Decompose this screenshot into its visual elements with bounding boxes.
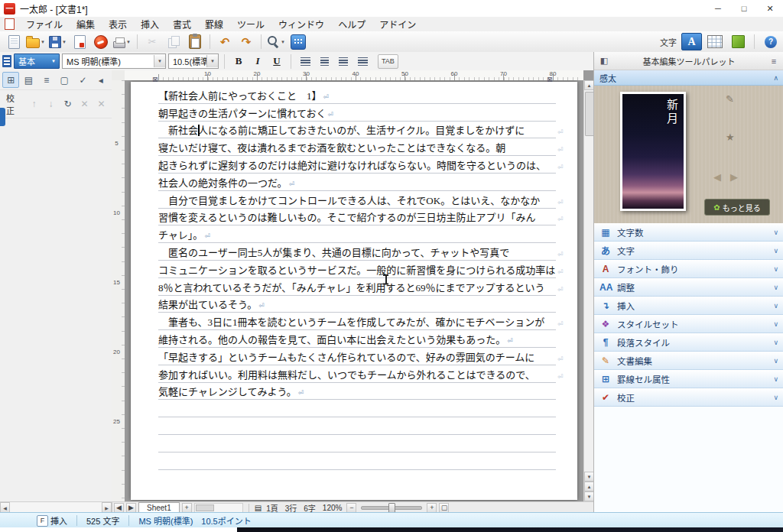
text-line[interactable]: 起きられずに遅刻するのだけは絶対に避けなければならない。時間を守るというのは、⏎ [158, 156, 556, 174]
prev-artwork-icon[interactable]: ◀ [713, 171, 721, 183]
vertical-scrollbar[interactable]: ▲ ▼ ▲ ▼ [583, 80, 594, 501]
fit-page-button[interactable]: ▢ [439, 503, 449, 513]
zoom-slider-thumb[interactable] [388, 503, 395, 513]
palette-menu-icon[interactable]: ≡ [767, 54, 781, 68]
palette-section[interactable]: AA調整∨ [594, 278, 783, 297]
text-line[interactable]: 社会人の絶対条件の一つだ。⏎ [158, 174, 556, 191]
text-mode-button[interactable]: A [681, 33, 702, 50]
zoom-value[interactable]: 120% [320, 504, 345, 512]
text-line[interactable]: 「早起きする」というチームもたくさん作られているので、好みの雰囲気のチームに⏎ [158, 348, 556, 365]
next-correction-button[interactable]: ↓ [43, 96, 59, 112]
menu-item[interactable]: アドイン [372, 17, 423, 31]
menu-item[interactable]: 罫線 [198, 17, 230, 31]
horizontal-ruler[interactable]: 1020304050607080 [125, 70, 583, 81]
italic-button[interactable]: I [249, 54, 266, 69]
vertical-ruler[interactable]: 510152025 [112, 80, 125, 501]
cut-button[interactable]: ✂ [142, 33, 162, 51]
font-size-dropdown[interactable]: 10.5(標準) ▼ [168, 54, 219, 69]
page-view-button[interactable]: ▢ [56, 72, 73, 88]
scrollbar-track[interactable] [10, 502, 102, 513]
tile-view-button[interactable]: ▤ [20, 72, 37, 88]
palette-section[interactable]: ⊞罫線セル属性∨ [594, 370, 783, 388]
text-line[interactable]: 8％と言われているそうだが、「みんチャレ」を利用すると69％にまでアップするとい… [158, 278, 556, 296]
text-line[interactable]: チャレ」。⏎ [158, 225, 556, 243]
palette-section[interactable]: ✎文書編集∨ [594, 352, 783, 370]
menu-item[interactable]: 表示 [102, 17, 134, 31]
menu-item[interactable]: ヘルプ [331, 17, 372, 31]
list-view-button[interactable]: ≡ [38, 72, 55, 88]
undo-button[interactable]: ↶ [215, 33, 235, 51]
text-line[interactable]: 維持される。他の人の報告を見て、面白い本に出会えたという効果もあった。⏎ [158, 330, 556, 348]
menu-item[interactable]: 編集 [70, 17, 102, 31]
save-as-button[interactable] [70, 33, 89, 51]
align-left-button[interactable] [297, 54, 314, 69]
print-button[interactable]: ▼ [112, 33, 132, 51]
close-button[interactable]: ✕ [757, 0, 783, 17]
refresh-button[interactable]: ↻ [60, 96, 76, 112]
hamburger-icon[interactable] [2, 55, 11, 67]
jump-palette-button[interactable] [288, 33, 308, 51]
align-right-button[interactable] [335, 54, 352, 69]
apply-button[interactable]: ✓ [74, 72, 91, 88]
scrollbar-thumb[interactable] [196, 504, 214, 511]
palette-section[interactable]: ¶段落スタイル∨ [594, 333, 783, 352]
empty-ruled-line[interactable] [158, 400, 556, 417]
clear-button[interactable]: ✕ [76, 96, 93, 112]
text-line[interactable]: 寝たいだけ寝て、夜は潰れるまでお酒を飲むといったことはできなくなる。朝⏎ [158, 138, 556, 156]
align-center-button[interactable] [316, 54, 333, 69]
document-page[interactable]: 【新社会人前にやっておくこと 1】⏎朝早起きの生活パターンに慣れておく⏎ 新社会… [131, 82, 577, 500]
text-line[interactable]: 気軽にチャレンジしてみよう。⏎ [158, 383, 556, 401]
next-sheet-button[interactable]: ▶ [126, 503, 136, 513]
text-line[interactable]: コミュニケーションを取るというサービスだ。一般的に新習慣を身につけられる成功率は… [158, 261, 556, 278]
prev-correction-button[interactable]: ↑ [26, 96, 42, 112]
empty-ruled-line[interactable] [158, 417, 556, 435]
palette-section[interactable]: ❖スタイルセット∨ [594, 315, 783, 333]
underline-button[interactable]: U [268, 54, 285, 69]
palette-section[interactable]: あ文字∨ [594, 242, 783, 260]
pencil-icon[interactable]: ✎ [726, 93, 734, 105]
horizontal-scrollbar[interactable] [194, 503, 243, 513]
text-line[interactable]: 参加すればいい。利用料は無料だし、いつでもチームから外れることはできるので、⏎ [158, 365, 556, 383]
prev-sheet-button[interactable]: ◀ [114, 503, 124, 513]
left-margin-marker[interactable]: ⊠ [152, 76, 158, 83]
palette-section[interactable]: ✔校正∨ [594, 388, 783, 407]
align-justify-button[interactable] [354, 54, 371, 69]
palette-section[interactable]: ↴挿入∨ [594, 297, 783, 315]
scroll-left-button[interactable]: ◀ [0, 502, 10, 513]
scroll-right-button[interactable]: ▶ [102, 502, 112, 513]
copy-button[interactable] [164, 33, 184, 51]
palette-section[interactable]: ▦文字数∨ [594, 223, 783, 242]
menu-item[interactable]: 挿入 [134, 17, 166, 31]
grid-view-button[interactable]: ⊞ [2, 72, 19, 88]
insert-mode-label[interactable]: 挿入 [50, 514, 67, 527]
text-line[interactable]: 結果が出ているそう。⏎ [158, 296, 556, 313]
next-artwork-icon[interactable]: ▶ [730, 171, 738, 183]
see-more-button[interactable]: ✿ もっと見る [704, 199, 770, 216]
collapse-panel-button[interactable]: ◂ [93, 72, 109, 88]
zoom-out-button[interactable]: − [346, 503, 356, 513]
star-icon[interactable]: ★ [726, 131, 735, 143]
save-button[interactable]: ▼ [48, 33, 68, 51]
paste-button[interactable] [185, 33, 205, 51]
bold-button[interactable]: B [230, 54, 247, 69]
page-layout-icon[interactable]: ▤ [255, 504, 262, 512]
search-button[interactable]: ▼ [266, 33, 287, 51]
dock-palette-icon[interactable]: ◧ [597, 54, 611, 68]
style-dropdown[interactable]: 基本 ▼ [14, 54, 60, 69]
maximize-button[interactable]: □ [731, 0, 757, 17]
open-button[interactable]: ▼ [25, 33, 47, 51]
redo-button[interactable]: ↷ [236, 33, 256, 51]
zoom-in-button[interactable]: + [427, 503, 437, 513]
text-line[interactable]: 【新社会人前にやっておくこと 1】⏎ [158, 86, 556, 104]
text-line[interactable]: 朝早起きの生活パターンに慣れておく⏎ [158, 104, 556, 122]
empty-ruled-line[interactable] [158, 453, 556, 470]
palette-section[interactable]: Aフォント・飾り∨ [594, 260, 783, 278]
menu-item[interactable]: 書式 [166, 17, 198, 31]
zoom-slider[interactable] [361, 506, 422, 510]
kanta-section-header[interactable]: 感太 ∧ [594, 70, 783, 86]
text-line[interactable]: 自分で目覚ましをかけてコントロールできる人は、それでOK。とはいえ、なかなか⏎ [158, 191, 556, 209]
grid-mode-button[interactable] [705, 33, 725, 51]
menu-item[interactable]: ファイル [19, 17, 70, 31]
ruler-corner[interactable] [112, 70, 125, 81]
help-button[interactable]: ? [761, 33, 781, 51]
